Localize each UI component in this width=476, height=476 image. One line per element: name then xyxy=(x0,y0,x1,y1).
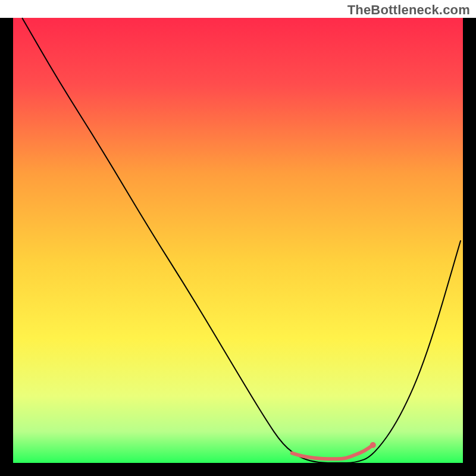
axis-border-left xyxy=(0,18,13,476)
plot-background xyxy=(13,18,463,463)
optimal-range-end-dot xyxy=(370,442,376,448)
watermark-label: TheBottleneck.com xyxy=(347,2,470,18)
bottleneck-chart xyxy=(0,0,476,476)
axis-border-right xyxy=(463,18,476,476)
axis-border-bottom xyxy=(0,463,476,476)
